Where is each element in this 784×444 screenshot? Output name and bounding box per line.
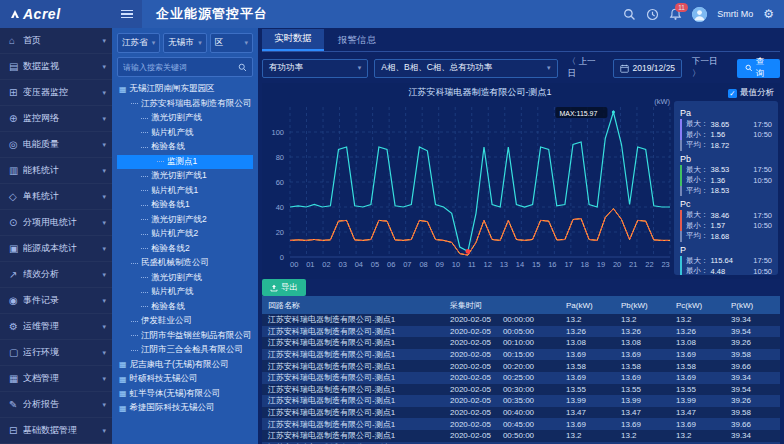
chevron-down-icon: ▾: [102, 141, 106, 149]
tree-item-label: 贴片机产线: [151, 127, 194, 139]
date-picker[interactable]: 2019/12/25: [613, 59, 683, 78]
max-analysis-checkbox[interactable]: ✓最值分析: [728, 87, 774, 99]
tree-item[interactable]: 贴片机产线1: [117, 184, 253, 199]
tree-item[interactable]: 激光切割产线: [117, 111, 253, 126]
tree-item[interactable]: 贴片机产线2: [117, 227, 253, 242]
search-icon[interactable]: [623, 8, 636, 21]
sidebar-item-label: 单耗统计: [23, 190, 102, 203]
tree-item[interactable]: 江阴市华益钢丝制品有限公司: [117, 329, 253, 344]
stat-value: 1.57: [711, 221, 726, 230]
sidebar-item-label: 分项用电统计: [23, 216, 102, 229]
sidebar-item-data-monitoring[interactable]: ▤数据监视▾: [0, 54, 112, 80]
tree-item[interactable]: 民盛机械制造公司: [117, 256, 253, 271]
sidebar-item-energy-cost-stats[interactable]: ▣能源成本统计▾: [0, 236, 112, 262]
tree-search-input[interactable]: [123, 63, 238, 72]
district-select[interactable]: 区▾: [210, 33, 253, 53]
runtime-environment-icon: ▢: [9, 347, 23, 358]
power-quality-icon: ◎: [9, 139, 23, 150]
cell-circuit-name: 江苏安科瑞电器制造有限公司-测点1: [262, 395, 444, 407]
sidebar-item-subentry-power-stats[interactable]: ⊙分项用电统计▾: [0, 210, 112, 236]
tree-item[interactable]: 激光切割产线1: [117, 169, 253, 184]
cell-value: 13.26: [670, 326, 725, 338]
stat-value: 38.65: [711, 120, 730, 129]
sidebar-item-event-log[interactable]: ◉事件记录▾: [0, 288, 112, 314]
chevron-down-icon: ▾: [102, 375, 106, 383]
city-select[interactable]: 无锡市▾: [163, 33, 206, 53]
parameter-select[interactable]: 有功功率▾: [262, 59, 368, 78]
cell-value: 13.69: [670, 418, 725, 430]
table-row: 江苏安科瑞电器制造有限公司-测点12020-02-0500:10:0013.08…: [262, 337, 780, 349]
tree-item-label: 激光切割产线1: [151, 170, 207, 182]
checkbox-checked-icon: ✓: [728, 89, 737, 98]
tree-item[interactable]: 检验各线1: [117, 198, 253, 213]
user-name[interactable]: Smrti Mo: [717, 9, 753, 19]
prev-day-button[interactable]: 〈 上一日: [564, 54, 607, 82]
unit-consumption-stats-icon: ◇: [9, 191, 23, 202]
sidebar-item-unit-consumption-stats[interactable]: ◇单耗统计▾: [0, 184, 112, 210]
tree-item[interactable]: 激光切割产线: [117, 271, 253, 286]
cell-circuit-name: 江苏安科瑞电器制造有限公司-测点1: [262, 407, 444, 419]
sidebar-item-transformer-monitoring[interactable]: ⊞变压器监控▾: [0, 80, 112, 106]
tab-realtime-data[interactable]: 实时数据: [262, 29, 324, 51]
sidebar-item-document-management[interactable]: ▦文档管理▾: [0, 366, 112, 392]
stat-time: 17:50: [753, 165, 772, 174]
tree-item[interactable]: 江苏安科瑞电器制造有限公司: [117, 97, 253, 112]
tab-alarm-info[interactable]: 报警信息: [326, 31, 388, 51]
bell-icon[interactable]: 11: [669, 8, 682, 21]
hamburger-menu-icon[interactable]: [112, 0, 142, 28]
chevron-down-icon: ▾: [244, 39, 248, 47]
sidebar-item-monitoring-network[interactable]: ⊕监控网络▾: [0, 106, 112, 132]
tree-item[interactable]: ▦希捷国际科技无锡公司: [117, 401, 253, 416]
cell-circuit-name: 江苏安科瑞电器制造有限公司-测点1: [262, 384, 444, 396]
home-icon: ⌂: [9, 35, 23, 46]
x-tick-label: 20: [613, 260, 621, 269]
tree-item[interactable]: 伊发鞋业公司: [117, 314, 253, 329]
logo-zone: Acrel: [0, 0, 112, 28]
cell-value: 13.26: [615, 326, 670, 338]
sidebar-item-power-quality[interactable]: ◎电能质量▾: [0, 132, 112, 158]
clock-icon[interactable]: [646, 8, 659, 21]
sidebar-item-label: 监控网络: [23, 112, 102, 125]
tree-item[interactable]: 检验各线2: [117, 242, 253, 257]
gear-icon[interactable]: ⚙: [763, 7, 774, 21]
avatar[interactable]: [692, 7, 707, 22]
tree-item[interactable]: ▦尼吉康电子(无锡)有限公司: [117, 358, 253, 373]
sidebar-item-ops-management[interactable]: ⚙运维管理▾: [0, 314, 112, 340]
tree-item[interactable]: ▦虹半导体(无锡)有限公司: [117, 387, 253, 402]
table-column-header: P(kW): [725, 296, 780, 314]
tree-item[interactable]: ▦时硕科技无锡公司: [117, 372, 253, 387]
search-icon[interactable]: [238, 63, 247, 72]
export-button[interactable]: 导出: [262, 279, 306, 296]
stat-value: 38.46: [711, 211, 730, 220]
tree-item[interactable]: 检验各线: [117, 300, 253, 315]
next-day-button[interactable]: 下一日 〉: [688, 54, 731, 82]
stat-label: 最大：: [686, 119, 709, 129]
province-select[interactable]: 江苏省▾: [117, 33, 160, 53]
query-button[interactable]: 查询: [737, 59, 780, 78]
chevron-down-icon: ▾: [102, 167, 106, 175]
cell-value: 13.55: [615, 384, 670, 396]
sidebar-item-energy-consumption-stats[interactable]: ▥能耗统计▾: [0, 158, 112, 184]
tree-item[interactable]: 检验各线: [117, 140, 253, 155]
cell-value: 39.26: [725, 337, 780, 349]
sidebar-item-runtime-environment[interactable]: ▢运行环境▾: [0, 340, 112, 366]
sidebar-item-label: 绩效分析: [23, 268, 102, 281]
sidebar-item-analysis-report[interactable]: ✎分析报告▾: [0, 392, 112, 418]
chevron-down-icon: ▾: [198, 39, 202, 47]
sidebar-item-basic-data-management[interactable]: ⊟基础数据管理▾: [0, 418, 112, 444]
tree-item[interactable]: 激光切割产线2: [117, 213, 253, 228]
tree-item[interactable]: 监测点1: [117, 155, 253, 170]
tree-item[interactable]: 贴片机产线: [117, 126, 253, 141]
phase-select[interactable]: A相、B相、C相、总有功功率▾: [374, 59, 557, 78]
cell-value: 13.99: [560, 395, 615, 407]
cell-value: 13.26: [560, 326, 615, 338]
tree-item[interactable]: ▦无锡江阴南闸东盟园区: [117, 82, 253, 97]
stat-time: 10:50: [753, 221, 772, 230]
tree-item[interactable]: 江阴市三合金检具有限公司: [117, 343, 253, 358]
sidebar-item-home[interactable]: ⌂首页▾: [0, 28, 112, 54]
tree-item[interactable]: 贴片机产线: [117, 285, 253, 300]
energy-consumption-stats-icon: ▥: [9, 165, 23, 176]
table-actions: 导出: [262, 279, 780, 296]
sidebar-item-performance-analysis[interactable]: ↗绩效分析▾: [0, 262, 112, 288]
cell-collect-time: 2020-02-0500:20:00: [444, 360, 560, 372]
